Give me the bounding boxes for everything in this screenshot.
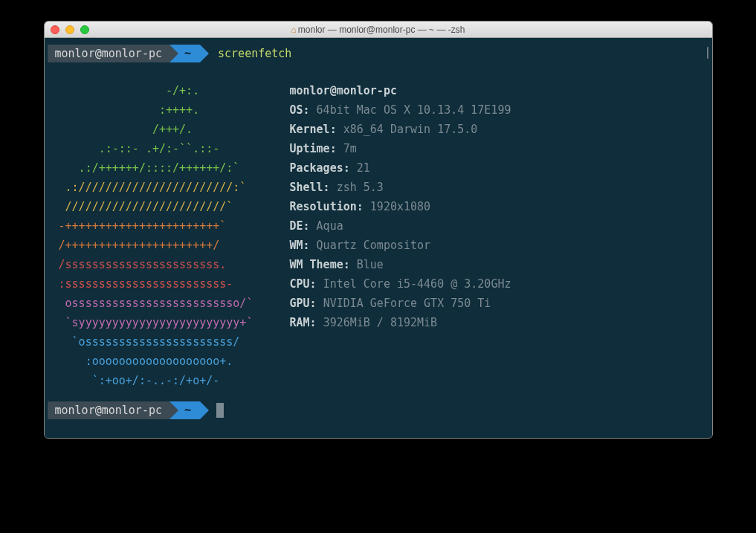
ascii-line: osssssssssssssssssssssssso/` (52, 297, 260, 310)
prompt-user-host: monlor@monlor-pc (48, 401, 170, 419)
cursor (216, 403, 224, 418)
os-value: 64bit Mac OS X 10.13.4 17E199 (317, 103, 511, 117)
resolution-label: Resolution: (289, 200, 363, 213)
ascii-line: -+++++++++++++++++++++++` (52, 219, 260, 233)
ascii-line: `:+oo+/:-..-:/+o+/- (52, 374, 260, 387)
terminal-body[interactable]: monlor@monlor-pc ~ screenfetch -/+:. :++… (45, 38, 712, 438)
window-title-text: monlor — monlor@monlor-pc — ~ — -zsh (298, 25, 465, 35)
ascii-line: .:/++++++/::::/++++++/:` (52, 161, 260, 175)
cpu-value: Intel Core i5-4460 @ 3.20GHz (323, 277, 511, 291)
prompt-user-host-text: monlor@monlor-pc (55, 44, 163, 63)
terminal-window: ⌂monlor — monlor@monlor-pc — ~ — -zsh mo… (44, 21, 713, 439)
cpu-label: CPU: (289, 277, 316, 291)
system-info: monlor@monlor-pc OS: 64bit Mac OS X 10.1… (289, 81, 511, 390)
wm-label: WM: (289, 239, 309, 252)
ascii-line: .:-::- .+/:-``.::- (52, 142, 260, 155)
gpu-label: GPU: (289, 297, 316, 310)
scrollbar[interactable] (707, 47, 708, 59)
command-text: screenfetch (218, 44, 291, 63)
ascii-line: :ooooooooooooooooooo+. (52, 355, 260, 368)
resolution-value: 1920x1080 (370, 200, 430, 213)
uptime-label: Uptime: (289, 142, 336, 155)
ascii-line: ////////////////////////` (52, 200, 260, 213)
window-controls (51, 25, 89, 34)
prompt-dir-text: ~ (184, 44, 191, 63)
ascii-line: -/+:. (52, 84, 260, 97)
shell-label: Shell: (289, 181, 329, 194)
prompt-line-2[interactable]: monlor@monlor-pc ~ (48, 401, 709, 420)
ascii-line: /++++++++++++++++++++++/ (52, 239, 260, 252)
de-label: DE: (289, 219, 309, 233)
prompt-user-host-text: monlor@monlor-pc (55, 401, 163, 420)
ascii-line: /+++/. (52, 123, 260, 136)
wmtheme-value: Blue (357, 258, 384, 271)
kernel-label: Kernel: (289, 123, 336, 136)
de-value: Aqua (317, 219, 343, 233)
ascii-line: :++++. (52, 103, 260, 117)
info-header: monlor@monlor-pc (289, 84, 397, 97)
packages-value: 21 (357, 161, 370, 175)
ascii-logo: -/+:. :++++. /+++/. .:-::- .+/:-``.::- .… (52, 81, 260, 390)
prompt-user-host: monlor@monlor-pc (48, 45, 170, 62)
minimize-icon[interactable] (65, 25, 74, 34)
ram-label: RAM: (289, 316, 316, 329)
prompt-dir-text: ~ (184, 401, 191, 420)
packages-label: Packages: (289, 161, 349, 175)
screenfetch-output: -/+:. :++++. /+++/. .:-::- .+/:-``.::- .… (48, 66, 709, 398)
shell-value: zsh 5.3 (337, 181, 384, 194)
uptime-value: 7m (343, 142, 357, 155)
prompt-line-1: monlor@monlor-pc ~ screenfetch (48, 44, 709, 63)
close-icon[interactable] (51, 25, 59, 34)
home-icon: ⌂ (291, 25, 297, 35)
ascii-line: `syyyyyyyyyyyyyyyyyyyyyyyy+` (52, 316, 260, 329)
ascii-line: /sssssssssssssssssssssss. (52, 258, 260, 271)
ram-value: 3926MiB / 8192MiB (323, 316, 438, 329)
zoom-icon[interactable] (80, 25, 89, 34)
ascii-line: :ssssssssssssssssssssssss- (52, 277, 260, 291)
window-title: ⌂monlor — monlor@monlor-pc — ~ — -zsh (45, 25, 712, 35)
ascii-line: `ossssssssssssssssssssss/ (52, 335, 260, 349)
os-label: OS: (289, 103, 309, 117)
kernel-value: x86_64 Darwin 17.5.0 (343, 123, 478, 136)
gpu-value: NVIDIA GeForce GTX 750 Ti (323, 297, 491, 310)
wmtheme-label: WM Theme: (289, 258, 349, 271)
ascii-line: .:///////////////////////:` (52, 181, 260, 194)
titlebar[interactable]: ⌂monlor — monlor@monlor-pc — ~ — -zsh (45, 22, 712, 38)
wm-value: Quartz Compositor (317, 239, 431, 252)
